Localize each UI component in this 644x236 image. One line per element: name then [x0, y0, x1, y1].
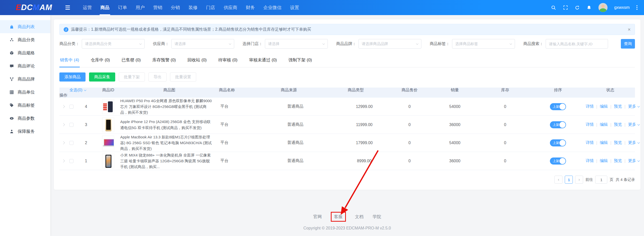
footer-link[interactable]: 客服: [331, 212, 346, 222]
toolbar-button[interactable]: 添加商品: [59, 72, 86, 82]
sidebar-item[interactable]: 商品标签: [0, 99, 50, 112]
status-toggle[interactable]: 上架: [550, 121, 566, 128]
sidebar-item-label: 商品单位: [18, 89, 35, 95]
nav-menu-item[interactable]: 订单: [114, 0, 131, 15]
nav-menu-item[interactable]: 商品: [96, 0, 114, 15]
sidebar-item[interactable]: 商品列表: [0, 20, 50, 33]
nav-menu-item[interactable]: 供应商: [219, 0, 242, 15]
nav-menu-item[interactable]: 企业微信: [259, 0, 286, 15]
nav-menu-item[interactable]: 用户: [131, 0, 149, 15]
col-header-type: 商品类型: [339, 88, 389, 93]
status-tab[interactable]: 回收站 (0): [187, 57, 207, 67]
chevron-down-icon: [510, 42, 512, 45]
search-input[interactable]: [546, 39, 608, 49]
nav-menu-item[interactable]: 分销: [167, 0, 184, 15]
status-toggle[interactable]: 上架: [550, 103, 566, 110]
toolbar-button[interactable]: 批量设置: [170, 72, 196, 82]
detail-link[interactable]: 详情: [586, 140, 594, 145]
sidebar-item[interactable]: 商品规格: [0, 46, 50, 59]
more-dropdown-link[interactable]: 更多: [628, 140, 639, 145]
filter-label: 商品分类：: [59, 41, 79, 47]
toolbar-button[interactable]: 批量下架: [119, 72, 145, 82]
toggle-knob: [559, 122, 566, 128]
status-tab[interactable]: 待审核 (0): [218, 57, 238, 67]
edit-link[interactable]: 编辑: [600, 158, 608, 164]
more-dropdown-link[interactable]: 更多: [628, 158, 639, 164]
row-expand-icon[interactable]: [62, 141, 65, 144]
status-tab[interactable]: 仓库中 (0): [90, 57, 111, 67]
product-stock: 36000: [449, 123, 461, 127]
more-dropdown-link[interactable]: 更多: [628, 104, 639, 109]
edit-link[interactable]: 编辑: [600, 122, 608, 127]
row-checkbox[interactable]: [69, 141, 73, 145]
detail-link[interactable]: 详情: [586, 104, 594, 109]
filter-select[interactable]: 请选择: [265, 39, 328, 49]
edit-link[interactable]: 编辑: [600, 104, 608, 109]
alert-text: 温馨提示：1.新增商品时可选统一规格或者多规格，满足商品不同销售属性场景；2.商…: [71, 27, 311, 32]
more-menu-icon[interactable]: [636, 5, 637, 10]
toolbar-button[interactable]: 商品采集: [89, 72, 115, 82]
refresh-icon[interactable]: [575, 5, 580, 10]
sidebar-item[interactable]: 商品分类: [0, 33, 50, 46]
sidebar-item[interactable]: 商品参数: [0, 112, 50, 125]
page-number-button[interactable]: 1: [565, 176, 573, 184]
username-label[interactable]: gxwxsm: [614, 5, 630, 10]
row-checkbox[interactable]: [69, 123, 73, 127]
filter-group: 供应商： 请选择: [153, 39, 234, 49]
nav-menu-item-label: 运营: [83, 5, 92, 10]
edit-link[interactable]: 编辑: [600, 140, 608, 145]
row-checkbox[interactable]: [69, 105, 73, 109]
sidebar-item[interactable]: 商品品牌: [0, 72, 50, 86]
sidebar-item[interactable]: 商品单位: [0, 86, 50, 99]
nav-menu-item[interactable]: 运营: [78, 0, 96, 15]
filter-select[interactable]: 选择商品标签: [452, 39, 515, 49]
nav-menu-item[interactable]: 财务: [242, 0, 259, 15]
fullscreen-icon[interactable]: [563, 5, 568, 10]
search-icon[interactable]: [551, 5, 556, 10]
footer-link[interactable]: 文档: [355, 214, 364, 220]
status-tab[interactable]: 销售中 (4): [59, 57, 80, 67]
select-all-dropdown[interactable]: 全选(0): [59, 88, 96, 93]
row-expand-icon[interactable]: [62, 159, 65, 163]
more-dropdown-link[interactable]: 更多: [628, 122, 639, 127]
alert-close-icon[interactable]: ×: [628, 27, 631, 32]
toolbar-button[interactable]: 导出: [148, 72, 167, 82]
nav-menu-item[interactable]: 营销: [149, 0, 167, 15]
filter-select[interactable]: 请选择商品分类: [82, 39, 145, 49]
filter-select[interactable]: 请选择: [171, 39, 234, 49]
row-checkbox[interactable]: [69, 159, 73, 163]
nav-menu-item[interactable]: 装修: [184, 0, 202, 15]
nav-menu-item[interactable]: 设置: [286, 0, 303, 15]
row-expand-icon[interactable]: [62, 123, 65, 126]
preview-link[interactable]: 预览: [614, 122, 622, 127]
sidebar-item[interactable]: 商品评论: [0, 59, 50, 72]
preview-link[interactable]: 预览: [614, 140, 622, 145]
status-toggle[interactable]: 上架: [550, 158, 566, 165]
status-tab[interactable]: 审核未通过 (0): [249, 57, 277, 67]
cube-icon: [10, 51, 14, 55]
sidebar-collapse-icon[interactable]: [65, 6, 70, 10]
filter-group: 商品标签： 选择商品标签: [430, 39, 515, 49]
status-tab[interactable]: 强制下架 (0): [288, 57, 313, 67]
next-page-button[interactable]: ›: [575, 176, 583, 184]
detail-link[interactable]: 详情: [586, 158, 594, 164]
preview-link[interactable]: 预览: [614, 158, 622, 164]
sidebar-item[interactable]: 保障服务: [0, 125, 50, 138]
status-toggle[interactable]: 上架: [550, 139, 566, 146]
user-avatar[interactable]: [598, 3, 608, 12]
status-tab[interactable]: 已售罄 (0): [121, 57, 141, 67]
goto-page-input[interactable]: [595, 176, 607, 184]
preview-link[interactable]: 预览: [614, 104, 622, 109]
detail-link[interactable]: 详情: [586, 122, 594, 127]
prev-page-button[interactable]: ‹: [554, 176, 562, 184]
status-tab[interactable]: 库存预警 (0): [152, 57, 177, 67]
filter-select[interactable]: 请选择商品品牌: [358, 39, 421, 49]
row-expand-icon[interactable]: [62, 105, 65, 108]
nav-menu-item[interactable]: 门店: [202, 0, 219, 15]
footer-link[interactable]: 官网: [313, 214, 322, 220]
notification-bell-icon[interactable]: [587, 5, 592, 10]
query-button[interactable]: 查询: [621, 39, 635, 49]
bag-icon: [10, 25, 14, 29]
footer-link[interactable]: 学院: [373, 214, 381, 220]
product-table: 全选(0) 商品ID 商品图 商品名称 商品来源 商品类型 商品售价 销量 库存…: [59, 88, 635, 170]
